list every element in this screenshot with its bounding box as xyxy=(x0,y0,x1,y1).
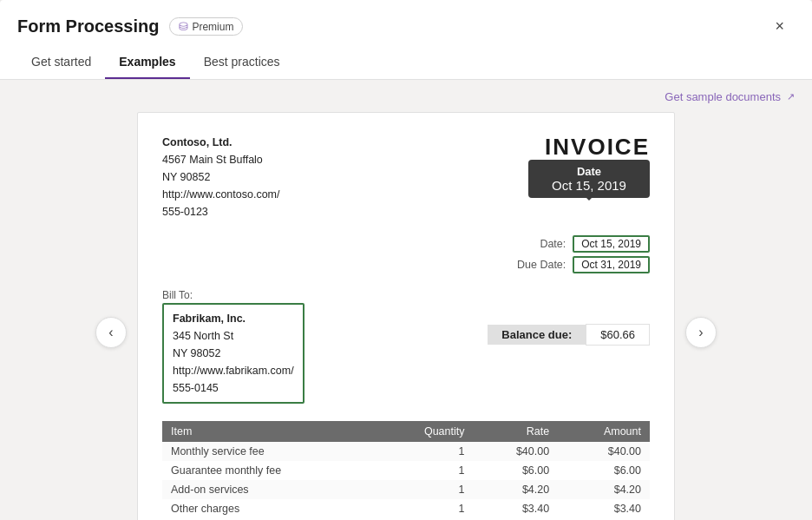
tooltip-label: Date xyxy=(542,165,636,178)
company-info: Contoso, Ltd. 4567 Main St Buffalo NY 90… xyxy=(162,134,279,221)
company-address1: 4567 Main St Buffalo xyxy=(162,151,279,168)
invoice-title: INVOICE xyxy=(545,134,650,161)
cell-rate: $40.00 xyxy=(473,442,558,461)
due-date-label: Due Date: xyxy=(517,259,566,271)
balance-section: Balance due: $60.66 xyxy=(488,324,650,346)
cell-item: Monthly service fee xyxy=(162,442,377,461)
cell-rate: $4.20 xyxy=(473,480,558,499)
bill-to-address2: NY 98052 xyxy=(173,345,294,362)
table-row: Other charges 1 $3.40 $3.40 xyxy=(162,499,650,518)
due-date-value: Oct 31, 2019 xyxy=(573,256,650,273)
company-address2: NY 90852 xyxy=(162,168,279,186)
dialog-title: Form Processing xyxy=(17,16,159,36)
bill-to-section: Bill To: Fabrikam, Inc. 345 North St NY … xyxy=(162,289,304,404)
col-rate: Rate xyxy=(473,421,558,442)
close-button[interactable]: × xyxy=(768,14,791,39)
bill-to-phone: 555-0145 xyxy=(173,379,294,397)
table-row: Monthly service fee 1 $40.00 $40.00 xyxy=(162,442,650,461)
balance-label: Balance due: xyxy=(488,325,586,345)
date-tooltip: Date Oct 15, 2019 xyxy=(528,160,650,198)
form-processing-dialog: Form Processing ⛁ Premium × Get started … xyxy=(0,0,812,520)
col-amount: Amount xyxy=(558,421,650,442)
tab-get-started[interactable]: Get started xyxy=(17,46,105,79)
content-area: Get sample documents ↗ ‹ Contoso, Ltd. 4… xyxy=(0,80,812,520)
cell-rate: $3.40 xyxy=(473,499,558,518)
external-link-icon: ↗ xyxy=(787,91,795,102)
sample-docs-link[interactable]: Get sample documents ↗ xyxy=(17,90,795,103)
company-name: Contoso, Ltd. xyxy=(162,134,279,151)
balance-value: $60.66 xyxy=(586,324,650,346)
invoice-table: Item Quantity Rate Amount Monthly servic… xyxy=(162,421,650,518)
cell-amount: $6.00 xyxy=(558,461,650,480)
table-row: Guarantee monthly fee 1 $6.00 $6.00 xyxy=(162,461,650,480)
cell-rate: $6.00 xyxy=(473,461,558,480)
due-date-row: Due Date: Oct 31, 2019 xyxy=(517,256,650,273)
company-phone: 555-0123 xyxy=(162,203,279,221)
cell-qty: 1 xyxy=(377,461,474,480)
tabs-bar: Get started Examples Best practices xyxy=(0,46,812,80)
bill-to-label: Bill To: xyxy=(162,289,304,301)
bill-to-name: Fabrikam, Inc. xyxy=(173,310,294,327)
cell-item: Guarantee monthly fee xyxy=(162,461,377,480)
bill-to-address1: 345 North St xyxy=(173,327,294,345)
carousel-area: ‹ Contoso, Ltd. 4567 Main St Buffalo NY … xyxy=(17,112,795,520)
bill-balance-row: Bill To: Fabrikam, Inc. 345 North St NY … xyxy=(162,289,650,412)
cell-item: Other charges xyxy=(162,499,377,518)
premium-icon: ⛁ xyxy=(179,20,188,33)
date-row: Date: Oct 15, 2019 xyxy=(517,235,650,253)
col-item: Item xyxy=(162,421,377,442)
premium-badge: ⛁ Premium xyxy=(169,17,243,36)
invoice-dates: Date: Oct 15, 2019 Due Date: Oct 31, 201… xyxy=(517,235,650,277)
dialog-header: Form Processing ⛁ Premium × xyxy=(0,0,812,39)
premium-label: Premium xyxy=(192,21,233,33)
invoice-top: Contoso, Ltd. 4567 Main St Buffalo NY 90… xyxy=(162,134,650,277)
sample-docs-label: Get sample documents xyxy=(665,90,781,103)
col-qty: Quantity xyxy=(377,421,474,442)
cell-amount: $40.00 xyxy=(558,442,650,461)
cell-item: Add-on services xyxy=(162,480,377,499)
invoice-card: Contoso, Ltd. 4567 Main St Buffalo NY 90… xyxy=(137,112,675,520)
date-value: Oct 15, 2019 xyxy=(573,235,650,253)
tab-best-practices[interactable]: Best practices xyxy=(190,46,294,79)
table-row: Add-on services 1 $4.20 $4.20 xyxy=(162,480,650,499)
bill-to-box: Fabrikam, Inc. 345 North St NY 98052 htt… xyxy=(162,303,304,404)
carousel-prev-button[interactable]: ‹ xyxy=(95,317,127,348)
tab-examples[interactable]: Examples xyxy=(105,46,189,79)
cell-amount: $4.20 xyxy=(558,480,650,499)
carousel-next-button[interactable]: › xyxy=(685,317,717,348)
tooltip-value: Oct 15, 2019 xyxy=(542,178,636,193)
invoice-right: INVOICE Date Oct 15, 2019 Date: Oct 15, … xyxy=(517,134,650,277)
cell-qty: 1 xyxy=(377,442,474,461)
cell-qty: 1 xyxy=(377,499,474,518)
cell-amount: $3.40 xyxy=(558,499,650,518)
date-label: Date: xyxy=(540,238,566,250)
cell-qty: 1 xyxy=(377,480,474,499)
company-website: http://www.contoso.com/ xyxy=(162,186,279,203)
bill-to-website: http://www.fabrikam.com/ xyxy=(173,362,294,379)
